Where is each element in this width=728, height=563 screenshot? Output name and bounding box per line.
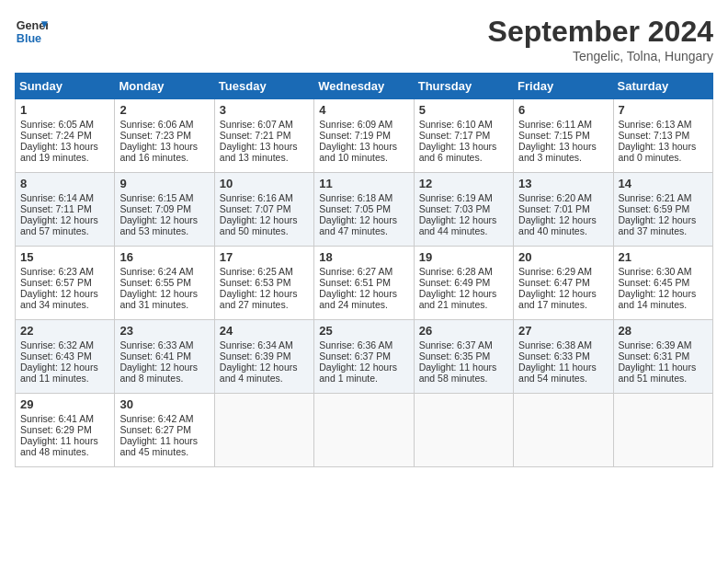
header-wednesday: Wednesday <box>314 74 414 99</box>
day-22: 22 Sunrise: 6:32 AM Sunset: 6:43 PM Dayl… <box>16 320 115 394</box>
location: Tengelic, Tolna, Hungary <box>488 49 713 63</box>
day-12: 12 Sunrise: 6:19 AM Sunset: 7:03 PM Dayl… <box>414 173 513 247</box>
day-16: 16 Sunrise: 6:24 AM Sunset: 6:55 PM Dayl… <box>115 247 214 320</box>
page-header: General Blue September 2024 Tengelic, To… <box>15 15 713 63</box>
day-26: 26 Sunrise: 6:37 AM Sunset: 6:35 PM Dayl… <box>414 320 513 394</box>
empty-cell <box>613 394 712 467</box>
empty-cell <box>214 394 313 467</box>
day-17: 17 Sunrise: 6:25 AM Sunset: 6:53 PM Dayl… <box>214 247 313 320</box>
day-13: 13 Sunrise: 6:20 AM Sunset: 7:01 PM Dayl… <box>514 173 613 247</box>
day-23: 23 Sunrise: 6:33 AM Sunset: 6:41 PM Dayl… <box>115 320 214 394</box>
logo: General Blue <box>15 15 48 48</box>
week-row-2: 8 Sunrise: 6:14 AM Sunset: 7:11 PM Dayli… <box>16 173 713 247</box>
header-sunday: Sunday <box>16 74 115 99</box>
header-tuesday: Tuesday <box>214 74 313 99</box>
week-row-4: 22 Sunrise: 6:32 AM Sunset: 6:43 PM Dayl… <box>16 320 713 394</box>
day-28: 28 Sunrise: 6:39 AM Sunset: 6:31 PM Dayl… <box>613 320 712 394</box>
day-1: 1 Sunrise: 6:05 AM Sunset: 7:24 PM Dayli… <box>16 99 115 173</box>
day-8: 8 Sunrise: 6:14 AM Sunset: 7:11 PM Dayli… <box>16 173 115 247</box>
day-15: 15 Sunrise: 6:23 AM Sunset: 6:57 PM Dayl… <box>16 247 115 320</box>
week-row-1: 1 Sunrise: 6:05 AM Sunset: 7:24 PM Dayli… <box>16 99 713 173</box>
day-7: 7 Sunrise: 6:13 AM Sunset: 7:13 PM Dayli… <box>613 99 712 173</box>
day-30: 30 Sunrise: 6:42 AM Sunset: 6:27 PM Dayl… <box>115 394 214 467</box>
day-2: 2 Sunrise: 6:06 AM Sunset: 7:23 PM Dayli… <box>115 99 214 173</box>
day-4: 4 Sunrise: 6:09 AM Sunset: 7:19 PM Dayli… <box>314 99 414 173</box>
day-19: 19 Sunrise: 6:28 AM Sunset: 6:49 PM Dayl… <box>414 247 513 320</box>
header-thursday: Thursday <box>414 74 513 99</box>
weekday-header-row: Sunday Monday Tuesday Wednesday Thursday… <box>16 74 713 99</box>
header-saturday: Saturday <box>613 74 712 99</box>
calendar-table: Sunday Monday Tuesday Wednesday Thursday… <box>15 73 713 467</box>
day-24: 24 Sunrise: 6:34 AM Sunset: 6:39 PM Dayl… <box>214 320 313 394</box>
svg-text:Blue: Blue <box>17 32 41 45</box>
empty-cell <box>314 394 414 467</box>
day-9: 9 Sunrise: 6:15 AM Sunset: 7:09 PM Dayli… <box>115 173 214 247</box>
empty-cell <box>514 394 613 467</box>
day-21: 21 Sunrise: 6:30 AM Sunset: 6:45 PM Dayl… <box>613 247 712 320</box>
week-row-5: 29 Sunrise: 6:41 AM Sunset: 6:29 PM Dayl… <box>16 394 713 467</box>
day-20: 20 Sunrise: 6:29 AM Sunset: 6:47 PM Dayl… <box>514 247 613 320</box>
month-year: September 2024 <box>488 15 713 49</box>
day-3: 3 Sunrise: 6:07 AM Sunset: 7:21 PM Dayli… <box>214 99 313 173</box>
day-18: 18 Sunrise: 6:27 AM Sunset: 6:51 PM Dayl… <box>314 247 414 320</box>
day-5: 5 Sunrise: 6:10 AM Sunset: 7:17 PM Dayli… <box>414 99 513 173</box>
day-27: 27 Sunrise: 6:38 AM Sunset: 6:33 PM Dayl… <box>514 320 613 394</box>
day-25: 25 Sunrise: 6:36 AM Sunset: 6:37 PM Dayl… <box>314 320 414 394</box>
header-monday: Monday <box>115 74 214 99</box>
header-friday: Friday <box>514 74 613 99</box>
day-6: 6 Sunrise: 6:11 AM Sunset: 7:15 PM Dayli… <box>514 99 613 173</box>
title-block: September 2024 Tengelic, Tolna, Hungary <box>488 15 713 63</box>
week-row-3: 15 Sunrise: 6:23 AM Sunset: 6:57 PM Dayl… <box>16 247 713 320</box>
day-29: 29 Sunrise: 6:41 AM Sunset: 6:29 PM Dayl… <box>16 394 115 467</box>
logo-icon: General Blue <box>15 15 48 48</box>
day-14: 14 Sunrise: 6:21 AM Sunset: 6:59 PM Dayl… <box>613 173 712 247</box>
empty-cell <box>414 394 513 467</box>
day-10: 10 Sunrise: 6:16 AM Sunset: 7:07 PM Dayl… <box>214 173 313 247</box>
day-11: 11 Sunrise: 6:18 AM Sunset: 7:05 PM Dayl… <box>314 173 414 247</box>
